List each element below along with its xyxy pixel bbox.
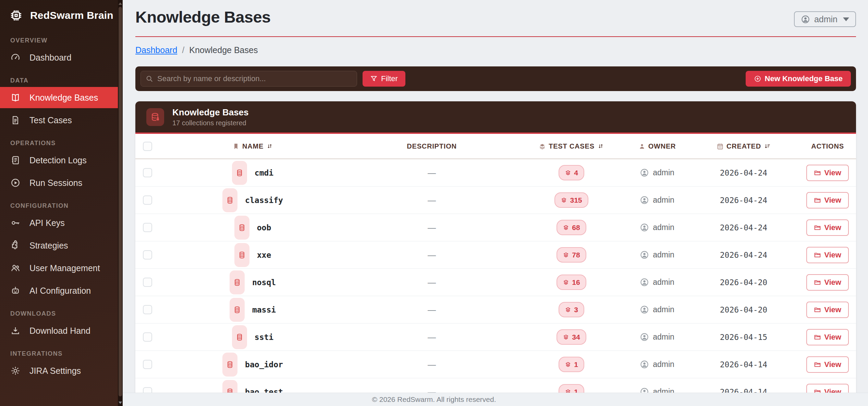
person-circle-icon	[801, 15, 810, 24]
robot-icon	[10, 286, 21, 296]
sidebar-item-strategies[interactable]: Strategies	[0, 235, 118, 256]
test-cases-badge: 1	[559, 357, 584, 372]
sidebar-scrollbar[interactable]	[118, 0, 123, 406]
owner: admin	[640, 278, 674, 287]
kb-description: —	[428, 223, 436, 232]
scroll-down-arrow-icon[interactable]	[118, 400, 123, 405]
sort-down-icon	[764, 143, 771, 150]
speedometer-icon	[10, 52, 21, 63]
sidebar-item-knowledge-bases[interactable]: Knowledge Bases	[0, 87, 118, 108]
breadcrumb-link-dashboard[interactable]: Dashboard	[135, 45, 177, 55]
row-checkbox[interactable]	[143, 332, 152, 342]
table-row: cmdi — 4 admin 2026-04-24	[135, 159, 856, 187]
app-window: RedSwarm Brain OVERVIEW Dashboard DATA K…	[0, 0, 868, 406]
sidebar-item-test-cases[interactable]: Test Cases	[0, 110, 118, 131]
owner-name: admin	[653, 195, 674, 205]
folder-icon	[814, 306, 821, 313]
column-header-name[interactable]: NAME	[159, 142, 346, 150]
view-button[interactable]: View	[806, 356, 849, 373]
created-date: 2026-04-20	[720, 305, 767, 314]
view-button[interactable]: View	[806, 274, 849, 291]
table-row: ssti — 34 admin 2026-04-15	[135, 323, 856, 351]
filter-button[interactable]: Filter	[363, 71, 405, 87]
row-checkbox[interactable]	[143, 250, 152, 259]
kb-description: —	[428, 278, 436, 287]
section-label-operations: OPERATIONS	[10, 140, 112, 147]
cpu-chip-icon	[9, 8, 23, 23]
stack-icon	[561, 197, 567, 203]
sidebar-item-detection-logs[interactable]: Detection Logs	[0, 150, 118, 171]
test-cases-badge: 78	[557, 247, 586, 263]
sidebar-item-download-hand[interactable]: Download Hand	[0, 320, 118, 341]
sidebar-item-label: Knowledge Bases	[29, 93, 98, 103]
row-checkbox[interactable]	[143, 278, 152, 287]
new-knowledge-base-button[interactable]: New Knowledge Base	[746, 71, 851, 87]
user-menu-button[interactable]: admin	[794, 11, 856, 27]
view-button[interactable]: View	[806, 247, 849, 263]
table-row: massi — 3 admin 2026-04-20	[135, 296, 856, 323]
sidebar-item-ai-configuration[interactable]: AI Configuration	[0, 280, 118, 301]
kb-description: —	[428, 168, 436, 178]
test-cases-count: 78	[572, 251, 580, 259]
person-circle-icon	[640, 250, 649, 259]
owner: admin	[640, 360, 674, 369]
view-button-label: View	[824, 305, 841, 314]
sidebar-item-jira-settings[interactable]: JIRA Settings	[0, 360, 118, 381]
title-divider	[135, 36, 856, 37]
test-cases-count: 34	[572, 333, 580, 341]
search-input[interactable]	[140, 71, 357, 87]
view-button[interactable]: View	[806, 219, 849, 236]
folder-icon	[814, 279, 821, 286]
stack-icon	[565, 169, 571, 176]
download-icon	[10, 326, 21, 336]
kb-name: massi	[252, 305, 276, 314]
kb-name: nosql	[252, 278, 276, 287]
select-all-checkbox[interactable]	[143, 142, 152, 151]
row-checkbox[interactable]	[143, 223, 152, 232]
kb-description: —	[428, 305, 436, 315]
row-checkbox[interactable]	[143, 305, 152, 314]
view-button[interactable]: View	[806, 192, 849, 208]
play-circle-icon	[10, 178, 21, 188]
owner: admin	[640, 250, 674, 259]
sidebar-item-user-management[interactable]: User Management	[0, 257, 118, 279]
view-button[interactable]: View	[806, 165, 849, 181]
view-button-label: View	[824, 196, 841, 205]
person-circle-icon	[640, 360, 649, 369]
journal-list-icon	[10, 155, 21, 165]
person-icon	[638, 143, 646, 150]
sidebar-item-run-sessions[interactable]: Run Sessions	[0, 172, 118, 193]
row-checkbox[interactable]	[143, 195, 152, 205]
stack-icon	[565, 361, 571, 368]
row-checkbox[interactable]	[143, 168, 152, 177]
view-button[interactable]: View	[806, 302, 849, 318]
name-cell: massi	[159, 298, 346, 322]
section-label-configuration: CONFIGURATION	[10, 202, 112, 210]
caret-down-icon	[843, 17, 849, 21]
owner-name: admin	[653, 168, 674, 177]
sidebar-scrollbar-thumb[interactable]	[119, 7, 122, 396]
scroll-up-arrow-icon[interactable]	[118, 1, 123, 6]
kb-name: ssti	[255, 333, 273, 342]
created-date: 2026-04-24	[720, 196, 767, 205]
sidebar-item-api-keys[interactable]: API Keys	[0, 212, 118, 233]
person-circle-icon	[640, 168, 649, 177]
view-button[interactable]: View	[806, 329, 849, 345]
test-cases-badge: 3	[559, 302, 584, 317]
kb-name: xxe	[257, 251, 271, 259]
sidebar-item-label: Detection Logs	[29, 155, 87, 165]
folder-icon	[814, 169, 821, 176]
card-title: Knowledge Bases	[172, 107, 249, 118]
person-circle-icon	[640, 305, 649, 314]
column-header-description: DESCRIPTION	[346, 142, 517, 150]
row-checkbox[interactable]	[143, 360, 152, 369]
column-header-test-cases[interactable]: TEST CASES	[517, 142, 625, 150]
page-title: Knowledge Bases	[135, 8, 271, 26]
test-cases-badge: 68	[557, 220, 586, 235]
database-icon	[222, 353, 237, 377]
plus-circle-icon	[754, 75, 761, 83]
book-icon	[10, 92, 21, 103]
person-circle-icon	[640, 223, 649, 232]
sidebar-item-dashboard[interactable]: Dashboard	[0, 47, 118, 68]
column-header-created[interactable]: CREATED	[689, 142, 798, 150]
